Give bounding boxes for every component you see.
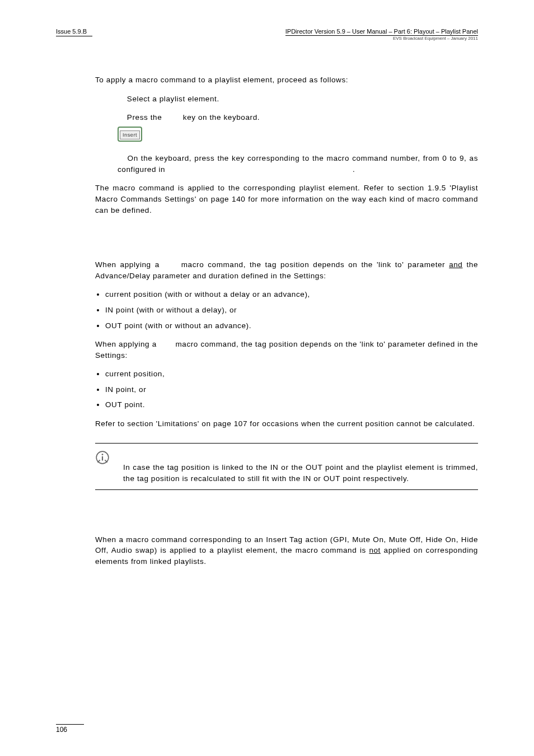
step-1-prefix: 1. <box>118 95 124 103</box>
list-item: IN point, or <box>105 384 478 395</box>
step-3-prefix: 3. <box>118 154 124 162</box>
insert-key-icon: Insert <box>118 127 142 142</box>
tag-p1-and: and <box>449 260 462 269</box>
note-text: In case the tag position is linked to th… <box>123 463 478 483</box>
insert-key-label: Insert <box>120 130 140 139</box>
header-subtitle: EVS Broadcast Equipment – January 2011 <box>285 36 478 41</box>
svg-point-1 <box>102 454 104 455</box>
tag-p1-a: When applying a <box>95 260 163 269</box>
list-item: current position, <box>105 368 478 380</box>
page-number: 106 <box>56 724 84 734</box>
step-3-link: the Tools > Settings > Playlist > Macro … <box>167 165 353 174</box>
tag-bullet-list: current position, IN point, or OUT point… <box>95 368 478 410</box>
svg-rect-2 <box>102 456 103 460</box>
tag-p2-b: Tag <box>159 340 173 348</box>
intro-paragraph: To apply a macro command to a playlist e… <box>95 74 478 86</box>
linked-p-not: not <box>369 546 381 554</box>
note-box: Note In case the tag position is linked … <box>95 443 478 491</box>
list-item: OUT point. <box>105 399 478 410</box>
page: Issue 5.9.B IPDirector Version 5.9 – Use… <box>0 0 534 756</box>
body: To apply a macro command to a playlist e… <box>95 74 478 567</box>
step-2: 2. Press the XXX key on the keyboard. In… <box>118 112 478 145</box>
step-2-text-a: Press the <box>127 113 165 122</box>
step-3: 3. On the keyboard, press the key corres… <box>118 153 478 175</box>
step-1-text: Select a playlist element. <box>127 95 219 103</box>
page-header: Issue 5.9.B IPDirector Version 5.9 – Use… <box>56 28 478 41</box>
section-linked: MACRO COMMAND AND LINKED PLAYLISTS <box>95 512 478 524</box>
linked-paragraph: When a macro command corresponding to an… <box>95 534 478 567</box>
section-tag-position: TAG POSITION <box>95 238 478 249</box>
list-item: current position (with or without a dela… <box>105 289 478 300</box>
tag-paragraph-3: Refer to section 'Limitations' on page 1… <box>95 418 478 430</box>
step-2-text-b: key on the keyboard. <box>180 113 260 122</box>
gpi-bullet-list: current position (with or without a dela… <box>95 289 478 331</box>
header-issue: Issue 5.9.B <box>56 28 92 36</box>
tag-p2-a: When applying a <box>95 340 159 348</box>
list-item: IN point (with or without a delay), or <box>105 305 478 316</box>
tag-paragraph-1: When applying a GPI macro command, the t… <box>95 259 478 281</box>
note-text-container: Note In case the tag position is linked … <box>123 449 478 484</box>
note-icon <box>95 449 123 468</box>
alert-icon <box>95 450 110 465</box>
tag-p1-b: GPI <box>163 260 177 269</box>
header-right: IPDirector Version 5.9 – User Manual – P… <box>285 28 478 41</box>
tag-paragraph-2: When applying a Tag macro command, the t… <box>95 339 478 361</box>
step-1: 1. Select a playlist element. <box>118 94 478 105</box>
step-3-period: . <box>353 165 355 174</box>
step-2-prefix: 2. <box>118 113 124 122</box>
steps-list: 1. Select a playlist element. 2. Press t… <box>118 94 478 175</box>
note-title: Note <box>123 449 478 460</box>
list-item: OUT point (with or without an advance). <box>105 320 478 332</box>
tag-p1-c: macro command, the tag position depends … <box>177 260 449 269</box>
header-title: IPDirector Version 5.9 – User Manual – P… <box>285 28 478 36</box>
after-steps-paragraph: The macro command is applied to the corr… <box>95 183 478 216</box>
